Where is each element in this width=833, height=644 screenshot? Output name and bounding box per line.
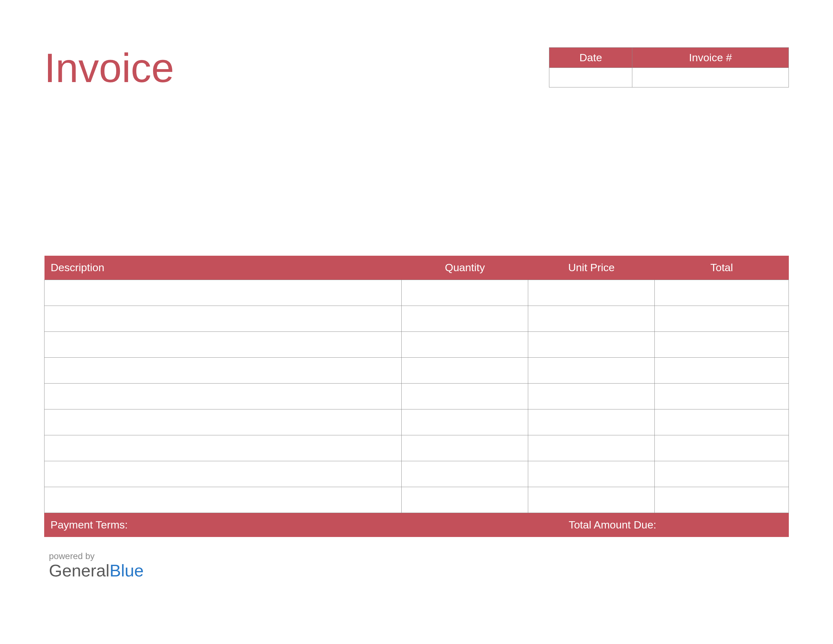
cell-total[interactable]	[655, 409, 789, 435]
cell-unit_price[interactable]	[528, 461, 655, 487]
cell-description[interactable]	[45, 487, 402, 513]
cell-total[interactable]	[655, 332, 789, 357]
table-row	[45, 332, 789, 357]
cell-unit_price[interactable]	[528, 306, 655, 332]
line-items-table: Description Quantity Unit Price Total	[44, 256, 789, 513]
column-quantity: Quantity	[402, 256, 528, 280]
cell-description[interactable]	[45, 357, 402, 383]
table-row	[45, 306, 789, 332]
column-unit-price: Unit Price	[528, 256, 655, 280]
invoice-number-cell[interactable]	[632, 68, 789, 87]
cell-quantity[interactable]	[402, 409, 528, 435]
column-total: Total	[655, 256, 789, 280]
cell-total[interactable]	[655, 383, 789, 409]
table-row	[45, 280, 789, 306]
table-row	[45, 409, 789, 435]
cell-total[interactable]	[655, 487, 789, 513]
cell-description[interactable]	[45, 435, 402, 461]
cell-total[interactable]	[655, 435, 789, 461]
cell-quantity[interactable]	[402, 487, 528, 513]
cell-total[interactable]	[655, 461, 789, 487]
powered-by-text: powered by	[49, 551, 789, 561]
cell-quantity[interactable]	[402, 435, 528, 461]
date-header: Date	[549, 48, 632, 68]
brand-logo: GeneralBlue	[49, 561, 789, 580]
footer-bar: Payment Terms: Total Amount Due:	[44, 513, 789, 537]
cell-description[interactable]	[45, 332, 402, 357]
column-description: Description	[45, 256, 402, 280]
cell-unit_price[interactable]	[528, 487, 655, 513]
cell-description[interactable]	[45, 280, 402, 306]
cell-quantity[interactable]	[402, 306, 528, 332]
table-row	[45, 357, 789, 383]
cell-quantity[interactable]	[402, 332, 528, 357]
cell-unit_price[interactable]	[528, 357, 655, 383]
cell-quantity[interactable]	[402, 461, 528, 487]
cell-total[interactable]	[655, 357, 789, 383]
meta-table: Date Invoice #	[549, 47, 789, 87]
table-row	[45, 487, 789, 513]
cell-quantity[interactable]	[402, 383, 528, 409]
total-amount-due-label: Total Amount Due:	[569, 519, 789, 531]
cell-description[interactable]	[45, 383, 402, 409]
invoice-title: Invoice	[44, 47, 174, 89]
cell-quantity[interactable]	[402, 357, 528, 383]
payment-terms-label: Payment Terms:	[44, 519, 569, 531]
cell-unit_price[interactable]	[528, 332, 655, 357]
cell-total[interactable]	[655, 280, 789, 306]
cell-quantity[interactable]	[402, 280, 528, 306]
invoice-number-header: Invoice #	[632, 48, 789, 68]
cell-unit_price[interactable]	[528, 435, 655, 461]
cell-unit_price[interactable]	[528, 409, 655, 435]
branding: powered by GeneralBlue	[49, 551, 789, 580]
cell-description[interactable]	[45, 409, 402, 435]
cell-description[interactable]	[45, 461, 402, 487]
cell-description[interactable]	[45, 306, 402, 332]
date-cell[interactable]	[549, 68, 632, 87]
cell-unit_price[interactable]	[528, 280, 655, 306]
brand-second: Blue	[109, 561, 143, 580]
table-row	[45, 383, 789, 409]
cell-total[interactable]	[655, 306, 789, 332]
brand-first: General	[49, 561, 109, 580]
table-row	[45, 435, 789, 461]
table-row	[45, 461, 789, 487]
cell-unit_price[interactable]	[528, 383, 655, 409]
